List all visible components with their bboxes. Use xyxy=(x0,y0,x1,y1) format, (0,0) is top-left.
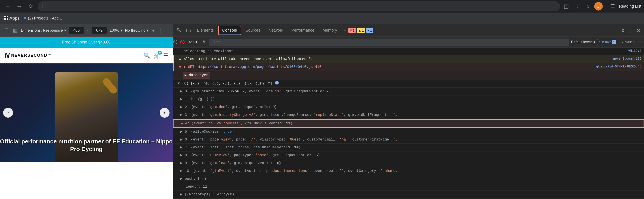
console-context-select[interactable]: top ▾ xyxy=(188,39,199,45)
error-badges: ✕ 2 ▲ 1 ■ 1 xyxy=(348,28,373,33)
console-text: 3: xyxy=(185,112,189,118)
cursor-tool-button[interactable]: ❐ xyxy=(4,27,10,34)
tab-console[interactable]: Console xyxy=(218,26,241,35)
dimension-separator: × xyxy=(87,28,89,33)
tab-sources[interactable]: Sources xyxy=(242,26,264,34)
cart-button[interactable]: 🛒 0 xyxy=(154,52,160,59)
tab-network[interactable]: Network xyxy=(265,26,287,34)
collapse-icon[interactable]: ▼ xyxy=(178,81,180,86)
expand-icon[interactable]: ▶ xyxy=(180,152,183,158)
error-link[interactable]: https://script.crazyegg.com/pages/script… xyxy=(197,65,313,69)
issues-count: 1 xyxy=(612,40,616,44)
expand-icon[interactable]: ▶ xyxy=(180,145,183,150)
device-toolbar: ❐ ▩ Dimensions: Responsive ▾ × 100% ▾ No… xyxy=(0,24,173,37)
reload-button[interactable]: ⟳ xyxy=(26,1,36,11)
devtools-close-button[interactable]: ✕ xyxy=(635,26,642,34)
info-count: 1 xyxy=(370,29,372,32)
hero-prev-button[interactable]: ‹ xyxy=(3,108,13,118)
avatar[interactable]: J xyxy=(594,2,603,10)
tab-memory[interactable]: Memory xyxy=(319,26,340,34)
reading-list-icon[interactable]: ☰ xyxy=(608,2,617,11)
console-output[interactable]: delegating to cookiebot VM132:2 ▲ Allow … xyxy=(173,48,644,199)
apps-grid-icon xyxy=(4,16,8,20)
expand-icon[interactable]: ▶ xyxy=(180,192,183,197)
console-line: length: 11 xyxy=(173,183,644,191)
expand-icon[interactable]: ▶ xyxy=(180,96,183,102)
devtools-panel: Elements Console Sources Network Perform… xyxy=(173,24,644,199)
console-settings-button[interactable]: ⚙ xyxy=(638,40,642,44)
chevron-left-icon: ‹ xyxy=(8,110,9,116)
sources-tab-label: Sources xyxy=(246,28,260,32)
console-filter-toggle[interactable]: 🚫 xyxy=(179,39,186,46)
hero-next-button[interactable]: › xyxy=(160,108,170,118)
devtools-settings-button[interactable]: ⚙ xyxy=(620,26,626,34)
console-line: ▶ 1: hs {g: {…}} xyxy=(173,96,644,103)
height-input[interactable] xyxy=(92,27,107,34)
more-options-button[interactable]: ⋮ xyxy=(158,28,163,34)
menu-icon[interactable]: ☰ xyxy=(163,52,168,59)
array-info-icon[interactable]: i xyxy=(275,81,279,84)
context-label: top ▾ xyxy=(189,40,198,44)
apps-grid-button[interactable]: ◫ xyxy=(562,2,571,11)
console-filter-input[interactable] xyxy=(209,38,569,46)
line-source[interactable]: gtm.js?id=GTM-TXJHZRQ:45 xyxy=(596,64,641,69)
logo-n: N xyxy=(4,51,10,60)
svg-rect-1 xyxy=(186,29,189,32)
more-tabs-button[interactable]: » xyxy=(342,27,347,34)
line-source[interactable]: never2.com/:185 xyxy=(613,56,641,61)
tab-elements[interactable]: Elements xyxy=(193,26,217,34)
console-line: ▶ push: f () xyxy=(173,175,644,183)
forward-button[interactable]: → xyxy=(14,1,24,11)
memory-tab-label: Memory xyxy=(322,28,337,32)
console-line: ▶ [[Prototype]]: Array(0) xyxy=(173,191,644,198)
expand-icon[interactable]: ▶ xyxy=(180,112,183,118)
console-text: [[Prototype]]: Array(0) xyxy=(185,192,234,197)
warning-icon: ▲ xyxy=(178,56,182,62)
download-button[interactable]: ⤓ xyxy=(573,2,582,11)
website-preview: ❐ ▩ Dimensions: Responsive ▾ × 100% ▾ No… xyxy=(0,24,173,199)
hero-title: Official performance nutrition partner o… xyxy=(0,138,173,153)
throttle-chevron-icon: ▾ xyxy=(146,28,148,33)
levels-dropdown[interactable]: Default levels ▾ xyxy=(571,40,595,44)
right-icons: ◫ ⤓ ☆ J xyxy=(562,2,603,11)
device-mode-button[interactable] xyxy=(184,27,192,34)
console-text-val: {event: 'HomeView', pageType: 'home', gt… xyxy=(191,152,320,158)
expand-icon[interactable]: ▶ xyxy=(180,160,183,166)
address-bar[interactable]: l xyxy=(38,1,560,11)
bookmark-button[interactable]: ☆ xyxy=(584,2,592,11)
devtools-more-button[interactable]: ⋮ xyxy=(627,26,634,34)
expand-icon[interactable]: ▶ xyxy=(180,89,183,94)
issues-badge[interactable]: 1 Issue: 1 xyxy=(597,39,618,45)
cart-count-badge: 0 xyxy=(158,51,162,55)
datalayer-highlight[interactable]: ▶ dataLayer xyxy=(183,72,210,78)
back-button[interactable]: ← xyxy=(3,1,12,11)
expand-icon[interactable]: ▶ xyxy=(180,176,183,182)
search-icon[interactable]: 🔍 xyxy=(144,52,150,59)
expand-icon[interactable]: ▶ xyxy=(180,168,183,174)
inspect-element-button[interactable] xyxy=(175,27,184,34)
website-content: Free Shipping Over $49.00 N NEVERSECOND™… xyxy=(0,37,173,199)
expand-icon[interactable]: ▶ xyxy=(180,104,183,110)
dimensions-select[interactable]: Dimensions: Responsive ▾ xyxy=(21,28,66,33)
throttle-label: No throttling xyxy=(125,28,146,33)
site-logo: N NEVERSECOND™ xyxy=(4,51,52,60)
console-eye-button[interactable]: 👁 xyxy=(201,39,207,45)
tab-performance[interactable]: Performance xyxy=(288,26,318,34)
console-text-val: {allowCookies: true} xyxy=(191,129,234,134)
expand-icon[interactable]: ▶ xyxy=(180,137,183,142)
device-toggle-button[interactable]: ▩ xyxy=(12,27,18,34)
console-clear-button[interactable]: ⃠ xyxy=(175,39,177,45)
width-input[interactable] xyxy=(69,27,84,34)
apps-bookmark[interactable]: Apps xyxy=(4,16,20,21)
throttle-select[interactable]: No throttling ▾ xyxy=(125,28,149,33)
projects-tab-bookmark[interactable]: ■ (2) Projects - Acti... xyxy=(24,16,62,20)
zoom-select[interactable]: 100% ▾ xyxy=(110,28,122,33)
touch-icon-button[interactable]: ● xyxy=(151,27,156,34)
reading-list-label: Reading List xyxy=(619,4,641,9)
expand-icon[interactable]: ▶ xyxy=(180,129,183,134)
console-line: ▶ 2: {event: 'gtm.dom', gtm.uniqueEventI… xyxy=(173,103,644,111)
devtools-topbar: Elements Console Sources Network Perform… xyxy=(173,24,644,37)
line-source[interactable]: VM132:2 xyxy=(628,49,641,53)
expand-icon[interactable]: ▶ xyxy=(181,121,184,126)
elements-tab-label: Elements xyxy=(197,28,214,32)
